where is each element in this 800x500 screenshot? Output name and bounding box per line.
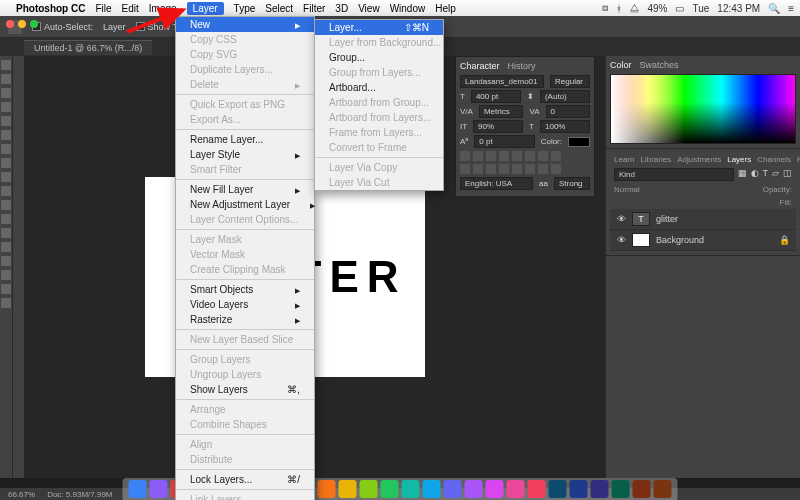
menu-3d[interactable]: 3D: [335, 3, 348, 14]
menu-extras-icon[interactable]: ≡: [788, 3, 794, 14]
dock-app-icon[interactable]: [360, 480, 378, 498]
app-name[interactable]: Photoshop CC: [16, 3, 85, 14]
layer-menu-item[interactable]: Show Layers⌘,: [176, 382, 314, 397]
leading-field[interactable]: (Auto): [540, 90, 590, 103]
dock-app-icon[interactable]: [549, 480, 567, 498]
text-color-swatch[interactable]: [568, 137, 590, 147]
layer-menu-item[interactable]: Lock Layers...⌘/: [176, 472, 314, 487]
layer-thumb[interactable]: T: [632, 212, 650, 226]
dock-app-icon[interactable]: [318, 480, 336, 498]
dock-app-icon[interactable]: [486, 480, 504, 498]
zoom-level[interactable]: 66.67%: [8, 490, 35, 499]
baseline-field[interactable]: 0 pt: [474, 135, 534, 148]
search-icon[interactable]: 🔍: [768, 3, 780, 14]
visibility-icon[interactable]: 👁: [616, 235, 626, 245]
tools-panel-left[interactable]: [0, 56, 12, 478]
layer-menu-item[interactable]: New Fill Layer: [176, 182, 314, 197]
tab-libraries[interactable]: Libraries: [640, 155, 671, 164]
dock-app-icon[interactable]: [402, 480, 420, 498]
dock-app-icon[interactable]: [381, 480, 399, 498]
new-submenu-item[interactable]: Group...: [315, 50, 443, 65]
battery-icon[interactable]: ▭: [675, 3, 684, 14]
menu-help[interactable]: Help: [435, 3, 456, 14]
doc-info[interactable]: Doc: 5.93M/7.99M: [47, 490, 112, 499]
show-transform-checkbox[interactable]: Show T: [136, 22, 178, 32]
type-style-icons[interactable]: [460, 151, 590, 161]
dock-app-icon[interactable]: [465, 480, 483, 498]
character-panel[interactable]: Character History Landasans_demo01Regula…: [455, 56, 595, 197]
dock-app-icon[interactable]: [528, 480, 546, 498]
dock-app-icon[interactable]: [591, 480, 609, 498]
layer-name[interactable]: Background: [656, 235, 704, 245]
layer-menu-item[interactable]: Smart Objects: [176, 282, 314, 297]
language-field[interactable]: English: USA: [460, 177, 533, 190]
dock-app-icon[interactable]: [612, 480, 630, 498]
layer-menu-item[interactable]: New Adjustment Layer: [176, 197, 314, 212]
menu-image[interactable]: Image: [149, 3, 177, 14]
vscale-field[interactable]: 90%: [473, 120, 523, 133]
kerning-field[interactable]: Metrics: [479, 105, 524, 118]
color-picker[interactable]: [610, 74, 796, 144]
opentype-icons[interactable]: [460, 164, 590, 174]
tab-color[interactable]: Color: [610, 60, 632, 70]
menu-type[interactable]: Type: [234, 3, 256, 14]
new-submenu-item[interactable]: Layer...⇧⌘N: [315, 20, 443, 35]
tab-character[interactable]: Character: [460, 61, 500, 71]
dock-app-icon[interactable]: [150, 480, 168, 498]
font-style-field[interactable]: Regular: [550, 75, 590, 88]
bluetooth-icon[interactable]: ᚼ: [616, 3, 622, 14]
tracking-field[interactable]: 0: [546, 105, 591, 118]
document-tab[interactable]: Untitled-1 @ 66.7% (R.../8): [24, 40, 152, 55]
tab-history[interactable]: History: [508, 61, 536, 71]
visibility-icon[interactable]: 👁: [616, 214, 626, 224]
hscale-field[interactable]: 100%: [540, 120, 590, 133]
menu-filter[interactable]: Filter: [303, 3, 325, 14]
menu-edit[interactable]: Edit: [122, 3, 139, 14]
dock-app-icon[interactable]: [507, 480, 525, 498]
layer-menu-item[interactable]: Rasterize: [176, 312, 314, 327]
layer-menu-item[interactable]: Rename Layer...: [176, 132, 314, 147]
dock-app-icon[interactable]: [129, 480, 147, 498]
auto-select-checkbox[interactable]: Auto-Select:: [32, 22, 93, 32]
tab-swatches[interactable]: Swatches: [640, 60, 679, 70]
layer-menu-item[interactable]: Video Layers: [176, 297, 314, 312]
auto-select-target[interactable]: Layer: [103, 22, 126, 32]
window-traffic-lights[interactable]: [6, 20, 38, 28]
filter-image-icon[interactable]: ▦: [738, 168, 747, 181]
layer-menu-item[interactable]: New: [176, 17, 314, 32]
blend-mode[interactable]: Normal: [614, 185, 640, 194]
filter-smart-icon[interactable]: ◫: [783, 168, 792, 181]
day-text: Tue: [692, 3, 709, 14]
dock-app-icon[interactable]: [339, 480, 357, 498]
menu-layer[interactable]: Layer: [187, 2, 224, 15]
layer-name[interactable]: glitter: [656, 214, 678, 224]
tab-adjustments[interactable]: Adjustments: [677, 155, 721, 164]
dropbox-icon[interactable]: ⧈: [602, 2, 608, 14]
tab-layers[interactable]: Layers: [727, 155, 751, 164]
tab-learn[interactable]: Learn: [614, 155, 634, 164]
layer-row[interactable]: 👁 Background 🔒: [610, 230, 796, 251]
dock-app-icon[interactable]: [444, 480, 462, 498]
menu-window[interactable]: Window: [390, 3, 426, 14]
font-size-field[interactable]: 400 pt: [471, 90, 521, 103]
antialias-field[interactable]: Strong: [554, 177, 590, 190]
dock-app-icon[interactable]: [423, 480, 441, 498]
dock-app-icon[interactable]: [633, 480, 651, 498]
filter-type-icon[interactable]: T: [763, 168, 769, 181]
font-family-field[interactable]: Landasans_demo01: [460, 75, 544, 88]
tools-panel-secondary[interactable]: [12, 56, 24, 478]
filter-shape-icon[interactable]: ▱: [772, 168, 779, 181]
menu-view[interactable]: View: [358, 3, 380, 14]
filter-adjust-icon[interactable]: ◐: [751, 168, 759, 181]
menu-file[interactable]: File: [95, 3, 111, 14]
dock-app-icon[interactable]: [570, 480, 588, 498]
menu-select[interactable]: Select: [265, 3, 293, 14]
layer-thumb[interactable]: [632, 233, 650, 247]
layer-row[interactable]: 👁 T glitter: [610, 209, 796, 230]
dock-app-icon[interactable]: [654, 480, 672, 498]
new-submenu-item[interactable]: Artboard...: [315, 80, 443, 95]
wifi-icon[interactable]: ⧋: [630, 2, 639, 14]
layer-menu-item[interactable]: Layer Style: [176, 147, 314, 162]
layer-filter-kind[interactable]: Kind: [614, 168, 734, 181]
tab-channels[interactable]: Channels: [757, 155, 791, 164]
